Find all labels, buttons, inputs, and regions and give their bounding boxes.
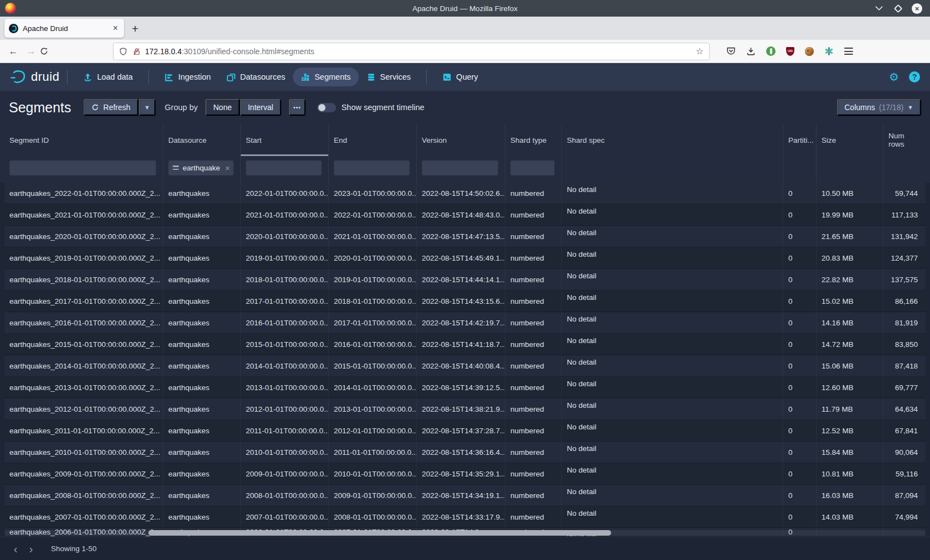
group-by-none-button[interactable]: None	[205, 99, 239, 116]
divider	[148, 70, 149, 84]
cell-partition: 0	[783, 506, 816, 527]
new-tab-button[interactable]: +	[132, 22, 138, 35]
cell-datasource: earthquakes	[163, 334, 240, 355]
nav-ingestion[interactable]: Ingestion	[157, 68, 219, 86]
column-header-start[interactable]: Start	[240, 124, 328, 156]
cell-end: 2016-01-01T00:00:00.0...	[328, 334, 416, 355]
column-header-version[interactable]: Version	[416, 124, 505, 156]
cell-size: 14.16 MB	[816, 312, 883, 333]
remove-filter-icon[interactable]: ×	[225, 163, 230, 173]
table-row[interactable]: earthquakes_2009-01-01T00:00:00.000Z_2..…	[4, 463, 926, 485]
back-icon[interactable]: ←	[4, 46, 22, 57]
cell-size: 16.03 MB	[816, 485, 883, 506]
table-row[interactable]: earthquakes_2022-01-01T00:00:00.000Z_2..…	[4, 183, 926, 204]
nav-query[interactable]: Query	[435, 68, 486, 86]
tracking-shield-icon[interactable]	[119, 47, 127, 56]
next-page-icon[interactable]: ›	[23, 543, 39, 554]
cell-shard-type: numbered	[505, 334, 561, 355]
previous-page-icon[interactable]: ‹	[8, 543, 23, 554]
table-header: Segment ID Datasource Start End Version …	[0, 124, 930, 156]
version-filter-input[interactable]	[422, 160, 498, 175]
column-header-shard-type[interactable]: Shard type	[505, 124, 561, 156]
window-minimize-icon[interactable]	[874, 3, 884, 13]
firefox-window: Apache Druid — Mozilla Firefox × Apache …	[0, 0, 930, 560]
cell-size: 14.72 MB	[816, 334, 883, 355]
end-filter-input[interactable]	[334, 160, 410, 175]
table-row[interactable]: earthquakes_2007-01-01T00:00:00.000Z_2..…	[4, 506, 926, 528]
cell-num-rows: 131,942	[883, 226, 926, 247]
cell-version: 2022-08-15T14:35:29.1...	[416, 463, 505, 484]
group-by-interval-button[interactable]: Interval	[240, 99, 281, 116]
menu-icon[interactable]	[844, 48, 853, 55]
cell-size: 19.99 MB	[816, 204, 883, 225]
column-header-datasource[interactable]: Datasource	[163, 124, 240, 156]
reload-icon[interactable]	[40, 47, 58, 55]
cell-end: 2013-01-01T00:00:00.0...	[328, 398, 416, 419]
table-row[interactable]: earthquakes_2020-01-01T00:00:00.000Z_2..…	[4, 226, 926, 247]
table-row[interactable]: earthquakes_2008-01-01T00:00:00.000Z_2..…	[4, 485, 926, 506]
column-header-num-rows[interactable]: Num rows	[883, 124, 926, 156]
datasource-filter-input[interactable]: earthquake ×	[168, 160, 234, 175]
cell-num-rows: 64,634	[883, 398, 926, 419]
table-row[interactable]: earthquakes_2012-01-01T00:00:00.000Z_2..…	[4, 398, 926, 420]
druid-navbar: druid Load data Ingestion Datasources	[0, 63, 930, 91]
pocket-icon[interactable]	[726, 46, 736, 56]
segment-timeline-toggle[interactable]	[317, 103, 336, 112]
cell-datasource: earthquakes	[163, 312, 240, 333]
refresh-dropdown-button[interactable]: ▼	[139, 99, 156, 116]
table-row[interactable]: earthquakes_2017-01-01T00:00:00.000Z_2..…	[4, 291, 926, 312]
column-header-partition[interactable]: Partiti...	[783, 124, 816, 156]
bookmark-star-icon[interactable]: ☆	[696, 46, 704, 56]
window-maximize-icon[interactable]	[893, 3, 903, 13]
table-row[interactable]: earthquakes_2011-01-01T00:00:00.000Z_2..…	[4, 420, 926, 442]
forward-icon[interactable]: →	[22, 46, 40, 57]
cell-partition: 0	[783, 312, 816, 333]
nav-segments[interactable]: Segments	[293, 68, 358, 86]
window-close-icon[interactable]: ×	[912, 3, 922, 14]
nav-load-data[interactable]: Load data	[75, 68, 141, 86]
column-header-size[interactable]: Size	[816, 124, 883, 156]
ublock-origin-icon[interactable]: UO	[786, 47, 794, 56]
showing-range-label: Showing 1-50	[51, 545, 97, 553]
table-row[interactable]: earthquakes_2015-01-01T00:00:00.000Z_2..…	[4, 334, 926, 355]
scrollbar-thumb[interactable]	[148, 530, 611, 536]
cell-shard-type: numbered	[505, 312, 561, 333]
url-bar[interactable]: 172.18.0.4:30109/unified-console.html#se…	[113, 43, 710, 60]
druid-brand[interactable]: druid	[9, 69, 59, 85]
insecure-lock-icon[interactable]	[133, 47, 141, 56]
cell-start: 2016-01-01T00:00:00.0...	[240, 312, 328, 333]
browser-tab[interactable]: Apache Druid ×	[4, 19, 124, 38]
refresh-button[interactable]: Refresh	[84, 99, 138, 116]
tab-close-icon[interactable]: ×	[111, 23, 120, 33]
table-row[interactable]: earthquakes_2014-01-01T00:00:00.000Z_2..…	[4, 355, 926, 377]
start-filter-input[interactable]	[246, 160, 322, 175]
more-options-button[interactable]: •••	[289, 99, 306, 116]
nav-datasources[interactable]: Datasources	[219, 68, 293, 86]
table-row[interactable]: earthquakes_2013-01-01T00:00:00.000Z_2..…	[4, 377, 926, 398]
cell-partition: 0	[783, 442, 816, 463]
downloads-icon[interactable]	[746, 46, 756, 56]
table-row[interactable]: earthquakes_2010-01-01T00:00:00.000Z_2..…	[4, 442, 926, 463]
extension-asterisk-icon[interactable]	[824, 46, 834, 56]
table-row[interactable]: earthquakes_2018-01-01T00:00:00.000Z_2..…	[4, 269, 926, 291]
nav-services[interactable]: Services	[359, 68, 419, 86]
table-row[interactable]: earthquakes_2021-01-01T00:00:00.000Z_2..…	[4, 204, 926, 226]
column-header-segment-id[interactable]: Segment ID	[4, 124, 163, 156]
cell-shard-spec: No detail	[561, 506, 783, 527]
cell-datasource: earthquakes	[163, 204, 240, 225]
cell-segment-id: earthquakes_2012-01-01T00:00:00.000Z_2..…	[4, 398, 163, 419]
shard-type-filter-input[interactable]	[510, 160, 555, 175]
cell-shard-type: numbered	[505, 442, 561, 463]
segment-id-filter-input[interactable]	[9, 160, 156, 175]
column-header-end[interactable]: End	[328, 124, 416, 156]
extension-icon[interactable]	[766, 46, 776, 56]
cookie-extension-icon[interactable]	[805, 47, 814, 56]
column-header-shard-spec[interactable]: Shard spec	[561, 124, 783, 156]
table-row[interactable]: earthquakes_2019-01-01T00:00:00.000Z_2..…	[4, 247, 926, 269]
columns-button[interactable]: Columns (17/18) ▼	[837, 99, 922, 116]
table-row[interactable]: earthquakes_2016-01-01T00:00:00.000Z_2..…	[4, 312, 926, 334]
druid-wordmark: druid	[31, 70, 59, 84]
settings-gear-icon[interactable]: ⚙	[889, 71, 899, 82]
help-icon[interactable]: ?	[909, 71, 920, 82]
cell-num-rows: 124,377	[883, 247, 926, 268]
